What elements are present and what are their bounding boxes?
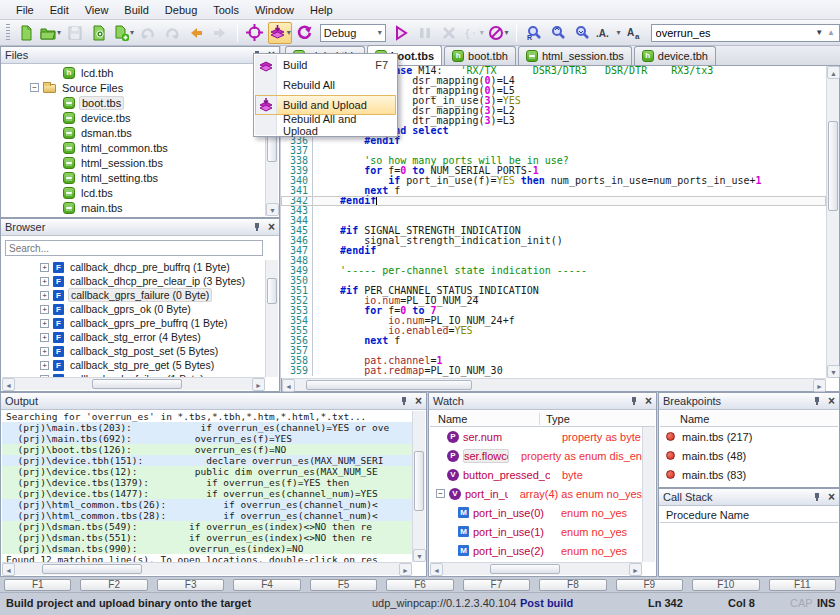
run-loop-button[interactable] (294, 22, 316, 44)
menu-file[interactable]: File (8, 2, 42, 18)
close-icon[interactable]: × (415, 396, 422, 406)
tree-item-lcd-tbh[interactable]: hlcd.tbh (2, 65, 265, 80)
browser-item[interactable]: +Fcallback_stg_error (4 Bytes) (2, 330, 265, 344)
breakpoint-row[interactable]: main.tbs (217) (660, 427, 838, 446)
scroll-down-icon[interactable]: ▼ (827, 365, 840, 378)
output-line[interactable]: (prj)\html_common.tbs(26): if overrun_es… (2, 499, 412, 510)
fkey-f3[interactable]: F3 (157, 579, 224, 591)
code-line-356[interactable]: 356 next f (281, 336, 826, 346)
menu-item-build-and-upload[interactable]: Build and Upload (255, 95, 396, 115)
open-file-button[interactable]: ▾ (39, 22, 62, 44)
find-next-button[interactable] (571, 22, 593, 44)
pin-icon[interactable] (630, 396, 639, 406)
collapse-icon[interactable]: − (436, 489, 445, 498)
fkey-f7[interactable]: F7 (463, 579, 530, 591)
scroll-right-icon[interactable]: ► (629, 563, 642, 576)
save-button[interactable] (64, 22, 86, 44)
scroll-right-icon[interactable]: ► (252, 378, 265, 391)
watch-col-type[interactable]: Type (540, 413, 570, 425)
tab-device-tbh[interactable]: hdevice.tbh (634, 46, 716, 65)
browser-item[interactable]: +Fcallback_gprs_failure (0 Byte) (2, 288, 265, 302)
target-button[interactable] (244, 22, 266, 44)
output-hscrollbar[interactable]: ◄ ► (2, 562, 412, 575)
fkey-f10[interactable]: F10 (692, 579, 759, 591)
browser-item[interactable]: +Fcallback_stg_post_set (5 Bytes) (2, 344, 265, 358)
pin-icon[interactable] (813, 492, 822, 502)
tab-html_session-tbs[interactable]: html_session.tbs (518, 46, 632, 65)
debug-config-select[interactable]: Debug▾ (320, 24, 386, 42)
menu-item-rebuild-all-and-upload[interactable]: Rebuild All and Upload (255, 115, 396, 135)
match-case-button[interactable]: Aa (624, 22, 646, 44)
tree-item-lcd-tbs[interactable]: lcd.tbs (2, 185, 265, 200)
watch-scrollbar[interactable] (642, 427, 655, 562)
new-file-button[interactable] (15, 22, 37, 44)
pin-icon[interactable] (253, 222, 262, 232)
search-input[interactable] (652, 27, 816, 39)
output-scrollbar[interactable]: ▼ (412, 411, 425, 562)
find-replace-button[interactable]: R (523, 22, 545, 44)
pin-icon[interactable] (400, 396, 409, 406)
tab-boot-tbh[interactable]: hboot.tbh (444, 46, 516, 65)
tree-item-dsman-tbs[interactable]: dsman.tbs (2, 125, 265, 140)
tree-item-source-files[interactable]: −Source Files (2, 80, 265, 95)
watch-row-port-in-use-0-[interactable]: Mport_in_use(0)enum no_yes (430, 503, 642, 522)
output-line[interactable]: (prj)\html_common.tbs(28): if overrun_es… (2, 510, 412, 521)
scroll-thumb[interactable] (306, 380, 472, 390)
tree-item-device-tbs[interactable]: device.tbs (2, 110, 265, 125)
menu-window[interactable]: Window (247, 2, 302, 18)
output-log[interactable]: Searching for 'overrun_es' in *.tbs,*.tb… (2, 411, 412, 562)
code-line-342[interactable]: 342 #endif (281, 196, 826, 206)
watch-row-port-in-use-2-[interactable]: Mport_in_use(2)enum no_yes (430, 541, 642, 560)
scroll-thumb[interactable] (92, 379, 182, 389)
close-icon[interactable]: × (828, 396, 835, 406)
toolbar-grip[interactable] (6, 24, 10, 42)
expand-icon[interactable]: + (40, 333, 49, 342)
output-line[interactable]: (prj)\device.tbs(1477): if overrun_es(ch… (2, 488, 412, 499)
menu-edit[interactable]: Edit (42, 2, 77, 18)
scroll-down-icon[interactable]: ▼ (413, 549, 426, 562)
fkey-f1[interactable]: F1 (4, 579, 71, 591)
scroll-left-icon[interactable]: ◄ (2, 378, 15, 391)
code-line-336[interactable]: 336 #endif (281, 136, 826, 146)
callstack-col-procedure[interactable]: Procedure Name (660, 509, 749, 521)
breakpoint-row[interactable]: main.tbs (83) (660, 465, 838, 484)
tree-item-html-setting-tbs[interactable]: html_setting.tbs (2, 170, 265, 185)
project-settings-button[interactable] (88, 22, 110, 44)
braces-button[interactable]: {·}▾ (462, 22, 485, 44)
close-icon[interactable]: × (645, 396, 652, 406)
fkey-f5[interactable]: F5 (310, 579, 377, 591)
editor-hscrollbar[interactable]: ◄ ► (282, 378, 826, 391)
output-line[interactable]: (prj)\device.tbh(151): declare overrun_e… (2, 455, 412, 466)
browser-search-input[interactable] (5, 240, 263, 256)
watch-row-port-in-use-1-[interactable]: Mport_in_use(1)enum no_yes (430, 522, 642, 541)
output-line[interactable]: (prj)\main.tbs(203): if overrun_es(chann… (2, 422, 412, 433)
expand-icon[interactable]: + (40, 361, 49, 370)
scroll-thumb[interactable] (42, 564, 142, 574)
navigate-forward-button[interactable] (209, 22, 231, 44)
expand-icon[interactable]: + (40, 277, 49, 286)
menu-item-build[interactable]: BuildF7 (255, 55, 396, 75)
output-line[interactable]: (prj)\dsman.tbs(990): overrun_es(index)=… (2, 543, 412, 554)
fkey-f11[interactable]: F11 (769, 579, 836, 591)
output-line[interactable]: (prj)\boot.tbs(126): overrun_es(f)=NO (2, 444, 412, 455)
redo-button[interactable] (161, 22, 183, 44)
watch-col-name[interactable]: Name (430, 413, 540, 425)
scroll-right-icon[interactable]: ► (399, 563, 412, 576)
output-line[interactable]: (prj)\device.tbs(12): public dim overrun… (2, 466, 412, 477)
code-line-347[interactable]: 347 #endif (281, 246, 826, 256)
search-previous-icon[interactable]: ▲ (827, 28, 835, 37)
scroll-left-icon[interactable]: ◄ (282, 379, 295, 392)
expand-icon[interactable]: + (40, 347, 49, 356)
browser-item[interactable]: +Fcallback_stg_pre_get (5 Bytes) (2, 358, 265, 372)
navigate-back-button[interactable] (185, 22, 207, 44)
browser-hscrollbar[interactable]: ◄ ► (2, 377, 265, 390)
watch-row-port-in-use[interactable]: −Vport_in_usearray(4) as enum no_yes (430, 484, 642, 503)
watch-row-button-pressed-ctr[interactable]: Vbutton_pressed_ctrbyte (430, 465, 642, 484)
fkey-f6[interactable]: F6 (386, 579, 453, 591)
stop-button[interactable] (438, 22, 460, 44)
breakpoints-col-name[interactable]: Name (660, 413, 709, 425)
expand-icon[interactable]: + (40, 305, 49, 314)
collapse-icon[interactable]: − (30, 83, 39, 92)
watch-row-ser-num[interactable]: Pser.numproperty as byte (430, 427, 642, 446)
browser-scrollbar[interactable] (265, 260, 278, 377)
